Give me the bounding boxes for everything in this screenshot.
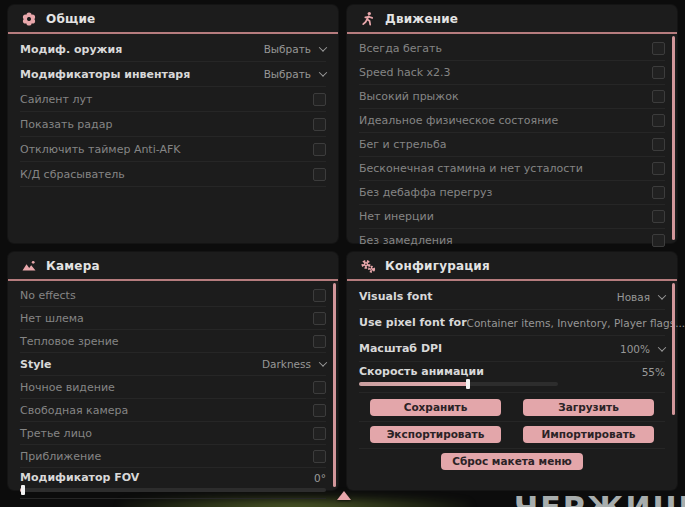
checkbox[interactable] [652,90,665,103]
checkbox[interactable] [313,289,326,302]
save-button[interactable]: Сохранить [370,399,501,416]
row-slider: Модификатор FOV0° [20,468,326,499]
checkbox[interactable] [313,427,326,440]
dropdown-value: Выбрать [264,68,311,80]
row-checkbox: Высокий прыжок [359,85,665,109]
scrollbar[interactable] [333,283,336,487]
checkbox[interactable] [652,186,665,199]
dropdown[interactable]: Новая [617,291,665,303]
checkbox[interactable] [313,404,326,417]
panel-config: Конфигурация Visuals fontНоваяUse pixel … [347,252,677,490]
scrollbar[interactable] [672,36,675,240]
row-checkbox: Нет инерции [359,205,665,229]
panel-title: Движение [385,12,458,26]
row-label: Высокий прыжок [359,90,459,103]
row-label: Ночное видение [20,381,115,394]
row-checkbox: Без дебаффа перегруз [359,181,665,205]
row-dropdown: Visuals fontНовая [359,284,665,310]
row-label: Бег и стрельба [359,138,446,151]
import-button[interactable]: Импортировать [523,426,654,443]
slider-handle[interactable] [21,485,25,495]
row-label: Всегда бегать [359,42,442,55]
panel-header: Движение [347,5,677,34]
row-label: Идеальное физическое состояние [359,114,558,127]
gears-icon [360,258,376,274]
panel-header: Камера [8,252,338,281]
row-checkbox: Отключить таймер Anti-AFK [20,137,326,162]
panel-general: Общие Модиф. оружияВыбратьМодификаторы и… [8,5,338,243]
button-row: ЭкспортироватьИмпортировать [359,422,665,449]
reset-menu-layout-button[interactable]: Сброс макета меню [441,453,583,470]
row-checkbox: Нет шлема [20,307,326,330]
checkbox[interactable] [652,234,665,247]
row-label: Скорость анимации [359,365,642,378]
row-label: Бесконечная стамина и нет усталости [359,162,583,175]
checkbox[interactable] [652,138,665,151]
row-dropdown: Масштаб DPI100% [359,336,665,362]
button-row: Сброс макета меню [359,449,665,475]
dropdown[interactable]: Darkness [262,358,326,370]
chevron-down-icon [319,358,327,366]
slider[interactable] [359,382,558,386]
row-checkbox: Бесконечная стамина и нет усталости [359,157,665,181]
row-label: Style [20,358,52,371]
row-checkbox: No effects [20,284,326,307]
dropdown[interactable]: 100% [620,343,665,355]
row-checkbox: Сайлент лут [20,87,326,112]
row-label: Speed hack x2.3 [359,66,451,79]
slider-handle[interactable] [466,379,470,389]
checkbox[interactable] [313,312,326,325]
dropdown[interactable]: Container items, Inventory, Player flags… [467,317,685,329]
dropdown-value: 100% [620,343,650,355]
checkbox[interactable] [652,210,665,223]
row-checkbox: Тепловое зрение [20,330,326,353]
export-button[interactable]: Экспортировать [370,426,501,443]
row-checkbox: Показать радар [20,112,326,137]
slider[interactable] [20,488,326,492]
row-label: Нет инерции [359,210,434,223]
row-checkbox: Всегда бегать [359,37,665,61]
row-checkbox: Без замедления [359,229,665,253]
panel-header: Конфигурация [347,252,677,281]
checkbox[interactable] [652,114,665,127]
checkbox[interactable] [313,93,326,106]
flower-icon [21,11,37,27]
checkbox[interactable] [652,66,665,79]
row-label: Показать радар [20,118,112,131]
checkbox[interactable] [313,143,326,156]
row-label: Без замедления [359,234,453,247]
panel-camera: Камера No effectsНет шлемаТепловое зрени… [8,252,338,490]
row-label: Тепловое зрение [20,335,119,348]
checkbox[interactable] [313,118,326,131]
load-button[interactable]: Загрузить [523,399,654,416]
row-checkbox: Свободная камера [20,399,326,422]
row-checkbox: Speed hack x2.3 [359,61,665,85]
chevron-down-icon [658,343,666,351]
config-buttons: СохранитьЗагрузитьЭкспортироватьИмпортир… [347,393,677,475]
panel-title: Общие [46,12,95,26]
row-label: Use pixel font for [359,316,467,329]
panel-title: Конфигурация [385,259,490,273]
chevron-down-icon [658,291,666,299]
panel-header: Общие [8,5,338,34]
dropdown[interactable]: Выбрать [264,43,326,55]
checkbox[interactable] [313,450,326,463]
scrollbar[interactable] [672,283,675,415]
row-label: No effects [20,289,76,302]
checkbox[interactable] [313,335,326,348]
checkbox[interactable] [313,168,326,181]
checkbox[interactable] [313,381,326,394]
row-label: Сайлент лут [20,93,92,106]
panel-rows: Модиф. оружияВыбратьМодификаторы инвента… [8,34,338,187]
checkbox[interactable] [652,162,665,175]
dropdown[interactable]: Выбрать [264,68,326,80]
row-dropdown: Модификаторы инвентаряВыбрать [20,62,326,87]
checkbox[interactable] [652,42,665,55]
row-label: Модификатор FOV [20,471,314,484]
panel-rows: No effectsНет шлемаТепловое зрениеStyleD… [8,281,338,499]
row-checkbox: Ночное видение [20,376,326,399]
dropdown-value: Darkness [262,358,311,370]
panel-title: Камера [46,259,100,273]
row-dropdown: StyleDarkness [20,353,326,376]
chevron-down-icon [319,68,327,76]
